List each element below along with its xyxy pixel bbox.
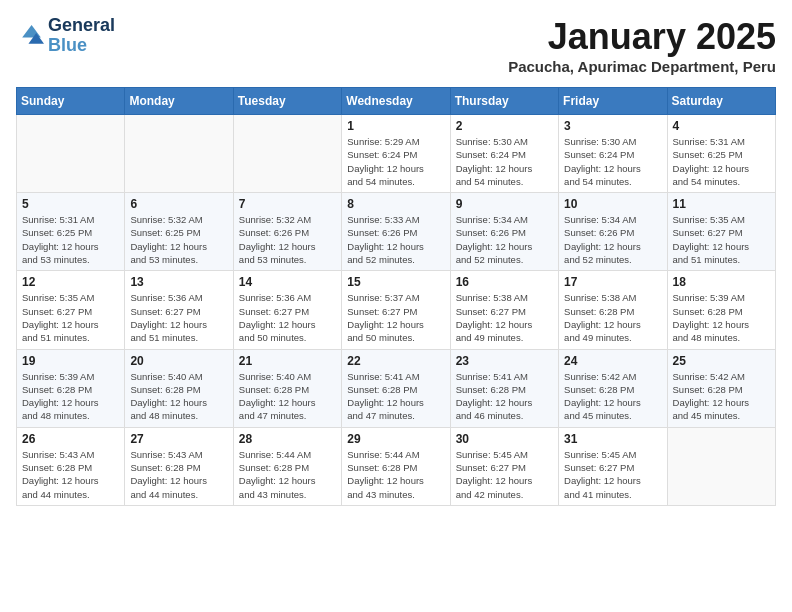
calendar-cell: 25Sunrise: 5:42 AMSunset: 6:28 PMDayligh…	[667, 349, 775, 427]
day-number: 8	[347, 197, 444, 211]
day-number: 15	[347, 275, 444, 289]
month-title: January 2025	[508, 16, 776, 58]
day-header-sunday: Sunday	[17, 88, 125, 115]
week-row-0: 1Sunrise: 5:29 AMSunset: 6:24 PMDaylight…	[17, 115, 776, 193]
week-row-3: 19Sunrise: 5:39 AMSunset: 6:28 PMDayligh…	[17, 349, 776, 427]
calendar-cell: 16Sunrise: 5:38 AMSunset: 6:27 PMDayligh…	[450, 271, 558, 349]
calendar-cell: 9Sunrise: 5:34 AMSunset: 6:26 PMDaylight…	[450, 193, 558, 271]
calendar-table: SundayMondayTuesdayWednesdayThursdayFrid…	[16, 87, 776, 506]
calendar-cell: 8Sunrise: 5:33 AMSunset: 6:26 PMDaylight…	[342, 193, 450, 271]
day-info: Sunrise: 5:44 AMSunset: 6:28 PMDaylight:…	[347, 448, 444, 501]
calendar-cell: 5Sunrise: 5:31 AMSunset: 6:25 PMDaylight…	[17, 193, 125, 271]
calendar-cell: 30Sunrise: 5:45 AMSunset: 6:27 PMDayligh…	[450, 427, 558, 505]
day-number: 14	[239, 275, 336, 289]
day-info: Sunrise: 5:30 AMSunset: 6:24 PMDaylight:…	[456, 135, 553, 188]
header: General Blue January 2025 Pacucha, Apuri…	[16, 16, 776, 75]
calendar-cell: 13Sunrise: 5:36 AMSunset: 6:27 PMDayligh…	[125, 271, 233, 349]
day-info: Sunrise: 5:38 AMSunset: 6:28 PMDaylight:…	[564, 291, 661, 344]
day-info: Sunrise: 5:31 AMSunset: 6:25 PMDaylight:…	[22, 213, 119, 266]
day-number: 18	[673, 275, 770, 289]
day-info: Sunrise: 5:45 AMSunset: 6:27 PMDaylight:…	[456, 448, 553, 501]
day-info: Sunrise: 5:44 AMSunset: 6:28 PMDaylight:…	[239, 448, 336, 501]
day-info: Sunrise: 5:39 AMSunset: 6:28 PMDaylight:…	[22, 370, 119, 423]
day-number: 30	[456, 432, 553, 446]
day-header-saturday: Saturday	[667, 88, 775, 115]
day-number: 4	[673, 119, 770, 133]
week-row-4: 26Sunrise: 5:43 AMSunset: 6:28 PMDayligh…	[17, 427, 776, 505]
day-number: 5	[22, 197, 119, 211]
day-info: Sunrise: 5:29 AMSunset: 6:24 PMDaylight:…	[347, 135, 444, 188]
calendar-cell: 4Sunrise: 5:31 AMSunset: 6:25 PMDaylight…	[667, 115, 775, 193]
title-area: January 2025 Pacucha, Apurimac Departmen…	[508, 16, 776, 75]
day-number: 28	[239, 432, 336, 446]
calendar-cell	[667, 427, 775, 505]
day-number: 9	[456, 197, 553, 211]
calendar-cell: 24Sunrise: 5:42 AMSunset: 6:28 PMDayligh…	[559, 349, 667, 427]
day-number: 3	[564, 119, 661, 133]
calendar-cell	[125, 115, 233, 193]
day-number: 16	[456, 275, 553, 289]
calendar-header-row: SundayMondayTuesdayWednesdayThursdayFrid…	[17, 88, 776, 115]
calendar-cell: 11Sunrise: 5:35 AMSunset: 6:27 PMDayligh…	[667, 193, 775, 271]
calendar-cell: 28Sunrise: 5:44 AMSunset: 6:28 PMDayligh…	[233, 427, 341, 505]
day-header-monday: Monday	[125, 88, 233, 115]
day-number: 1	[347, 119, 444, 133]
day-info: Sunrise: 5:35 AMSunset: 6:27 PMDaylight:…	[22, 291, 119, 344]
calendar-cell: 18Sunrise: 5:39 AMSunset: 6:28 PMDayligh…	[667, 271, 775, 349]
calendar-cell: 2Sunrise: 5:30 AMSunset: 6:24 PMDaylight…	[450, 115, 558, 193]
day-number: 17	[564, 275, 661, 289]
day-number: 25	[673, 354, 770, 368]
day-number: 11	[673, 197, 770, 211]
day-number: 10	[564, 197, 661, 211]
day-info: Sunrise: 5:42 AMSunset: 6:28 PMDaylight:…	[564, 370, 661, 423]
calendar-cell: 21Sunrise: 5:40 AMSunset: 6:28 PMDayligh…	[233, 349, 341, 427]
day-info: Sunrise: 5:32 AMSunset: 6:26 PMDaylight:…	[239, 213, 336, 266]
day-number: 31	[564, 432, 661, 446]
calendar-cell: 10Sunrise: 5:34 AMSunset: 6:26 PMDayligh…	[559, 193, 667, 271]
calendar-cell: 23Sunrise: 5:41 AMSunset: 6:28 PMDayligh…	[450, 349, 558, 427]
day-info: Sunrise: 5:41 AMSunset: 6:28 PMDaylight:…	[347, 370, 444, 423]
calendar-cell: 22Sunrise: 5:41 AMSunset: 6:28 PMDayligh…	[342, 349, 450, 427]
logo-text: General Blue	[48, 16, 115, 56]
day-info: Sunrise: 5:35 AMSunset: 6:27 PMDaylight:…	[673, 213, 770, 266]
day-info: Sunrise: 5:45 AMSunset: 6:27 PMDaylight:…	[564, 448, 661, 501]
calendar-cell: 19Sunrise: 5:39 AMSunset: 6:28 PMDayligh…	[17, 349, 125, 427]
day-info: Sunrise: 5:40 AMSunset: 6:28 PMDaylight:…	[130, 370, 227, 423]
calendar-cell: 12Sunrise: 5:35 AMSunset: 6:27 PMDayligh…	[17, 271, 125, 349]
day-number: 22	[347, 354, 444, 368]
calendar-cell: 31Sunrise: 5:45 AMSunset: 6:27 PMDayligh…	[559, 427, 667, 505]
day-info: Sunrise: 5:37 AMSunset: 6:27 PMDaylight:…	[347, 291, 444, 344]
week-row-1: 5Sunrise: 5:31 AMSunset: 6:25 PMDaylight…	[17, 193, 776, 271]
calendar-cell: 6Sunrise: 5:32 AMSunset: 6:25 PMDaylight…	[125, 193, 233, 271]
day-info: Sunrise: 5:32 AMSunset: 6:25 PMDaylight:…	[130, 213, 227, 266]
day-header-tuesday: Tuesday	[233, 88, 341, 115]
calendar-body: 1Sunrise: 5:29 AMSunset: 6:24 PMDaylight…	[17, 115, 776, 506]
calendar-cell: 29Sunrise: 5:44 AMSunset: 6:28 PMDayligh…	[342, 427, 450, 505]
calendar-cell: 3Sunrise: 5:30 AMSunset: 6:24 PMDaylight…	[559, 115, 667, 193]
location-title: Pacucha, Apurimac Department, Peru	[508, 58, 776, 75]
day-info: Sunrise: 5:33 AMSunset: 6:26 PMDaylight:…	[347, 213, 444, 266]
logo: General Blue	[16, 16, 115, 56]
day-info: Sunrise: 5:31 AMSunset: 6:25 PMDaylight:…	[673, 135, 770, 188]
calendar-cell: 26Sunrise: 5:43 AMSunset: 6:28 PMDayligh…	[17, 427, 125, 505]
day-info: Sunrise: 5:39 AMSunset: 6:28 PMDaylight:…	[673, 291, 770, 344]
day-number: 2	[456, 119, 553, 133]
calendar-cell: 15Sunrise: 5:37 AMSunset: 6:27 PMDayligh…	[342, 271, 450, 349]
day-info: Sunrise: 5:34 AMSunset: 6:26 PMDaylight:…	[564, 213, 661, 266]
day-number: 29	[347, 432, 444, 446]
day-number: 23	[456, 354, 553, 368]
day-info: Sunrise: 5:41 AMSunset: 6:28 PMDaylight:…	[456, 370, 553, 423]
day-number: 6	[130, 197, 227, 211]
week-row-2: 12Sunrise: 5:35 AMSunset: 6:27 PMDayligh…	[17, 271, 776, 349]
calendar-cell	[17, 115, 125, 193]
day-number: 7	[239, 197, 336, 211]
day-number: 27	[130, 432, 227, 446]
calendar-cell: 27Sunrise: 5:43 AMSunset: 6:28 PMDayligh…	[125, 427, 233, 505]
calendar-cell: 14Sunrise: 5:36 AMSunset: 6:27 PMDayligh…	[233, 271, 341, 349]
day-header-thursday: Thursday	[450, 88, 558, 115]
day-info: Sunrise: 5:30 AMSunset: 6:24 PMDaylight:…	[564, 135, 661, 188]
day-header-friday: Friday	[559, 88, 667, 115]
day-info: Sunrise: 5:42 AMSunset: 6:28 PMDaylight:…	[673, 370, 770, 423]
day-number: 13	[130, 275, 227, 289]
day-info: Sunrise: 5:36 AMSunset: 6:27 PMDaylight:…	[239, 291, 336, 344]
